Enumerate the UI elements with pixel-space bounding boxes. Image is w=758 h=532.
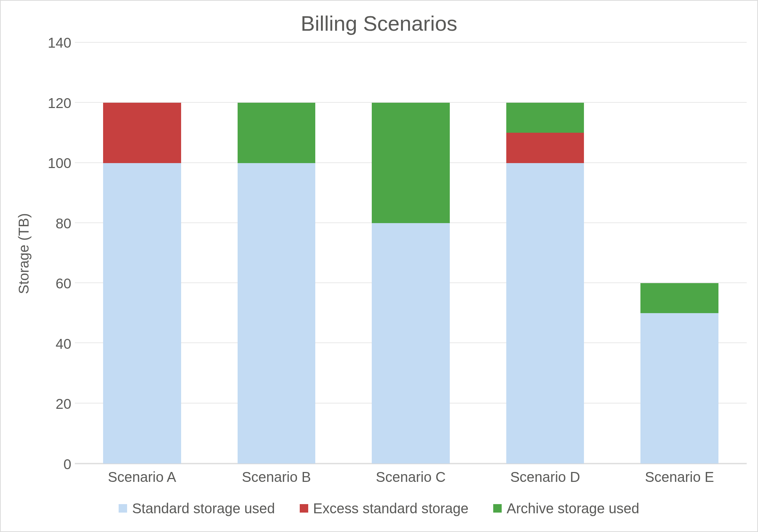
bar-segment [238,163,316,464]
legend: Standard storage usedExcess standard sto… [11,492,747,524]
plot-row: Storage (TB) 020406080100120140 [11,43,747,464]
legend-swatch [300,504,308,513]
legend-item: Archive storage used [493,501,639,516]
chart-title: Billing Scenarios [11,11,747,36]
plot-area [75,43,747,464]
y-axis-label: Storage (TB) [16,213,32,294]
legend-item: Standard storage used [119,501,275,516]
y-tick-label: 80 [32,215,71,231]
bar-segment [506,103,584,133]
bar-segment [103,163,181,464]
y-axis-ticks: 020406080100120140 [36,43,75,464]
x-tick-label: Scenario B [209,464,344,492]
bar-slot [478,43,613,464]
legend-label: Archive storage used [507,501,639,516]
y-tick-label: 100 [32,155,71,171]
stacked-bar [372,43,450,464]
bar-slot [209,43,344,464]
stacked-bar [238,43,316,464]
stacked-bar [640,43,718,464]
bar-segment [506,133,584,163]
y-tick-label: 140 [32,35,71,51]
y-tick-label: 60 [32,276,71,292]
y-tick-label: 20 [32,396,71,412]
legend-swatch [493,504,502,513]
bar-segment [103,103,181,163]
x-tick-label: Scenario E [612,464,747,492]
bar-segment [640,283,718,313]
y-tick-label: 0 [32,456,71,472]
bar-segment [372,223,450,464]
bar-slot [75,43,209,464]
x-axis: Scenario AScenario BScenario CScenario D… [75,464,747,492]
x-tick-label: Scenario A [75,464,209,492]
chart-frame: Billing Scenarios Storage (TB) 020406080… [0,0,758,532]
bar-segment [238,103,316,163]
legend-label: Excess standard storage [313,501,468,516]
bar-slot [612,43,747,464]
legend-label: Standard storage used [132,501,275,516]
y-tick-label: 40 [32,336,71,352]
stacked-bar [506,43,584,464]
bar-slot [344,43,478,464]
legend-item: Excess standard storage [300,501,468,516]
bar-segment [506,163,584,464]
bars-container [75,43,747,464]
legend-swatch [119,504,127,513]
y-tick-label: 120 [32,95,71,111]
bar-segment [640,313,718,464]
stacked-bar [103,43,181,464]
bar-segment [372,103,450,223]
x-tick-label: Scenario D [478,464,613,492]
x-tick-label: Scenario C [344,464,478,492]
